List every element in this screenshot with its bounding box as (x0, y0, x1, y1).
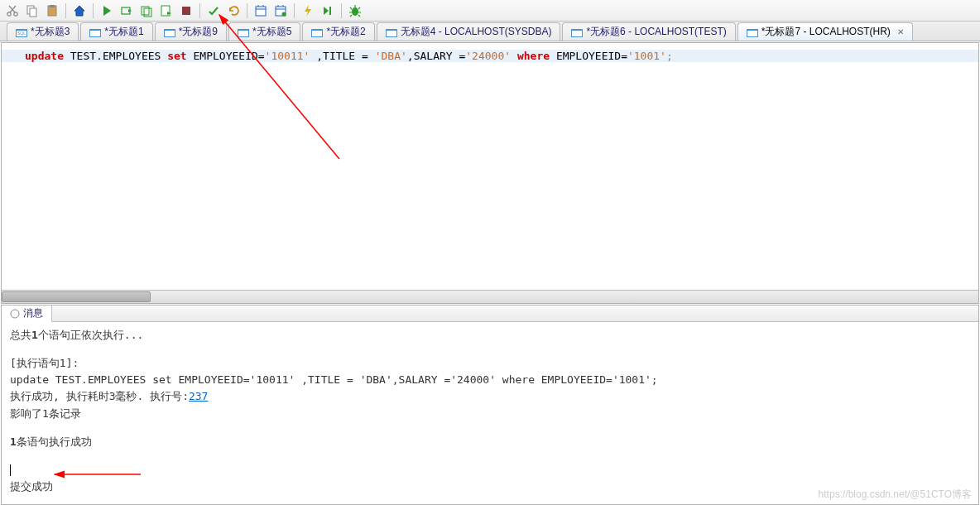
main-toolbar (0, 0, 980, 22)
debug-icon[interactable] (346, 2, 364, 20)
separator (247, 3, 247, 18)
next-icon[interactable] (319, 2, 337, 20)
sql-editor[interactable]: update TEST.EMPLOYEES set EMPLOYEEID='10… (1, 42, 979, 304)
msg-line: 执行成功, 执行耗时3毫秒. 执行号:237 (10, 388, 970, 405)
svg-rect-22 (165, 31, 175, 36)
tab-label: 无标题4 - LOCALHOST(SYSDBA) (401, 25, 552, 39)
tab-label: *无标题5 (252, 25, 291, 39)
svg-point-33 (11, 310, 19, 318)
tab-untitled3[interactable]: SQL*无标题3 (7, 22, 79, 41)
horizontal-scrollbar[interactable] (2, 290, 978, 303)
messages-tab[interactable]: 消息 (2, 305, 52, 322)
watermark: https://blog.csdn.net/@51CTO博客 (819, 488, 972, 502)
tab-label: *无标题3 (31, 25, 70, 39)
commit-icon[interactable] (204, 2, 223, 20)
msg-line: [执行语句1]: (10, 355, 970, 372)
svg-point-0 (7, 12, 11, 15)
svg-point-13 (282, 12, 286, 16)
plan-icon[interactable] (252, 2, 270, 20)
info-icon (10, 309, 20, 319)
svg-rect-10 (182, 7, 190, 15)
tab-label: *无标题6 - LOCALHOST(TEST) (586, 25, 726, 39)
run-icon[interactable] (98, 2, 116, 20)
tab-label: *无标题2 (326, 25, 365, 39)
svg-rect-28 (387, 31, 396, 36)
separator (93, 3, 94, 18)
msg-line: 总共1个语句正依次执行... (10, 327, 970, 344)
svg-point-1 (14, 12, 17, 15)
tab-untitled2[interactable]: *无标题2 (302, 22, 374, 41)
tab-untitled9[interactable]: *无标题9 (155, 22, 227, 41)
tab-label: *无标题7 - LOCALHOST(HR) (761, 25, 891, 39)
svg-point-15 (352, 7, 358, 16)
cut-icon[interactable] (3, 2, 22, 20)
msg-line: update TEST.EMPLOYEES set EMPLOYEEID='10… (10, 372, 970, 388)
tab-untitled1[interactable]: *无标题1 (80, 22, 152, 41)
tab-localhost-sysdba[interactable]: 无标题4 - LOCALHOST(SYSDBA) (377, 22, 561, 41)
separator (199, 3, 200, 18)
copy-icon[interactable] (23, 2, 41, 20)
rollback-icon[interactable] (224, 2, 243, 20)
msg-line: 1条语句执行成功 (10, 434, 970, 450)
editor-tabbar: SQL*无标题3 *无标题1 *无标题9 *无标题5 *无标题2 无标题4 - … (0, 22, 980, 41)
svg-rect-14 (329, 7, 331, 15)
svg-rect-24 (238, 31, 248, 36)
plan2-icon[interactable] (271, 2, 290, 20)
exec-id-link[interactable]: 237 (189, 390, 208, 402)
separator (65, 3, 66, 18)
stop-icon[interactable] (177, 2, 195, 20)
tab-localhost-hr[interactable]: *无标题7 - LOCALHOST(HR)✕ (737, 22, 913, 41)
run-script-icon[interactable] (137, 2, 156, 20)
close-icon[interactable]: ✕ (897, 27, 904, 36)
tab-untitled5[interactable]: *无标题5 (228, 22, 300, 41)
messages-body[interactable]: 总共1个语句正依次执行... [执行语句1]: update TEST.EMPL… (2, 322, 978, 504)
svg-rect-5 (50, 5, 55, 7)
svg-rect-32 (747, 31, 757, 36)
sql-code: update TEST.EMPLOYEES set EMPLOYEEID='10… (2, 43, 978, 69)
tab-label: *无标题9 (179, 25, 218, 39)
svg-rect-3 (30, 8, 36, 17)
svg-rect-26 (312, 31, 322, 36)
separator (294, 3, 295, 18)
messages-title: 消息 (23, 306, 43, 320)
messages-tabbar: 消息 (2, 305, 978, 322)
msg-line: 影响了1条记录 (10, 406, 970, 422)
svg-rect-20 (90, 31, 100, 36)
home-icon[interactable] (70, 2, 89, 20)
tab-localhost-test[interactable]: *无标题6 - LOCALHOST(TEST) (562, 22, 735, 41)
run-new-icon[interactable] (157, 2, 175, 20)
svg-text:SQL: SQL (17, 31, 26, 36)
paste-icon[interactable] (43, 2, 61, 20)
flash-icon[interactable] (299, 2, 317, 20)
msg-cursor (10, 462, 970, 479)
scrollbar-thumb[interactable] (2, 291, 151, 302)
run-step-icon[interactable] (118, 2, 136, 20)
messages-panel: 消息 总共1个语句正依次执行... [执行语句1]: update TEST.E… (1, 305, 979, 505)
svg-rect-11 (256, 7, 266, 16)
separator (341, 3, 342, 18)
tab-label: *无标题1 (104, 25, 143, 39)
svg-rect-30 (572, 31, 582, 36)
